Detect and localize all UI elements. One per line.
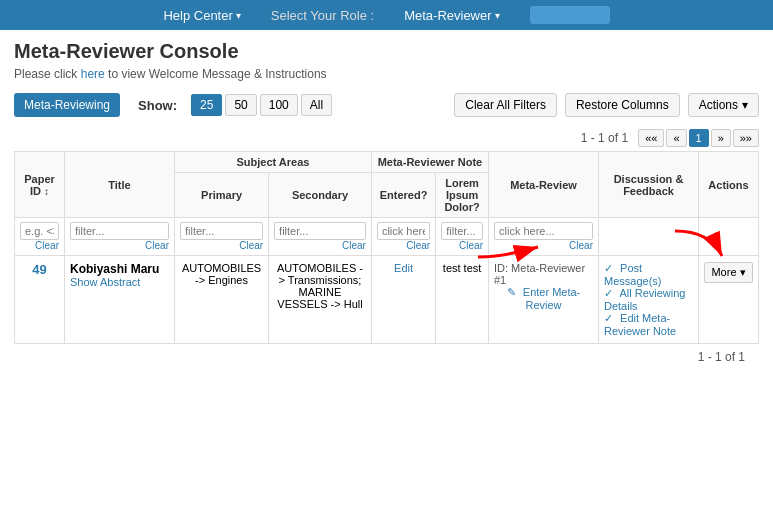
next-page-button[interactable]: » <box>711 129 731 147</box>
meta-review-id: ID: Meta-Reviewer #1 <box>494 262 593 286</box>
filter-actions <box>699 218 759 256</box>
filter-discussion <box>599 218 699 256</box>
table-container: 1 - 1 of 1 «« « 1 » »» Paper ID ↕ Title … <box>0 125 773 370</box>
meta-reviewer-caret: ▾ <box>495 10 500 21</box>
clear-meta-review[interactable]: Clear <box>494 240 593 251</box>
clear-paper-id[interactable]: Clear <box>20 240 59 251</box>
clear-all-filters-button[interactable]: Clear All Filters <box>454 93 557 117</box>
reviewing-details-cell: ✓ All Reviewing Details <box>604 287 693 312</box>
th-entered: Entered? <box>371 173 435 218</box>
pagination-bottom: 1 - 1 of 1 <box>14 344 759 370</box>
filter-title-input[interactable] <box>70 222 169 240</box>
filter-primary: Clear <box>175 218 269 256</box>
th-discussion: Discussion & Feedback <box>599 152 699 218</box>
filter-meta-review: Clear <box>489 218 599 256</box>
th-meta-review: Meta-Review <box>489 152 599 218</box>
clear-secondary[interactable]: Clear <box>274 240 366 251</box>
last-page-button[interactable]: »» <box>733 129 759 147</box>
meta-reviewing-button[interactable]: Meta-Reviewing <box>14 93 120 117</box>
secondary-subject: AUTOMOBILES -> Transmissions; MARINE VES… <box>277 262 363 310</box>
th-actions: Actions <box>699 152 759 218</box>
filter-primary-input[interactable] <box>180 222 263 240</box>
cell-lorem: test test <box>436 256 489 344</box>
cell-meta-review: ID: Meta-Reviewer #1 ✎ Enter Meta-Review <box>489 256 599 344</box>
filter-lorem: Clear <box>436 218 489 256</box>
th-title: Title <box>65 152 175 218</box>
clear-primary[interactable]: Clear <box>180 240 263 251</box>
show-50-button[interactable]: 50 <box>225 94 256 116</box>
prev-page-button[interactable]: « <box>666 129 686 147</box>
actions-caret-icon: ▾ <box>742 98 748 112</box>
more-label: More <box>711 266 736 278</box>
edit-note-cell: ✓ Edit Meta-Reviewer Note <box>604 312 693 337</box>
all-reviewing-details-link[interactable]: All Reviewing Details <box>604 287 685 312</box>
cell-primary: AUTOMOBILES -> Engines <box>175 256 269 344</box>
table-row: 49 Kobiyashi Maru Show Abstract AUTOMOBI… <box>15 256 759 344</box>
current-page-button[interactable]: 1 <box>689 129 709 147</box>
sort-icon[interactable]: ↕ <box>44 186 49 197</box>
post-check-icon: ✓ <box>604 262 613 274</box>
filter-entered-input[interactable] <box>377 222 430 240</box>
show-all-button[interactable]: All <box>301 94 332 116</box>
cell-title: Kobiyashi Maru Show Abstract <box>65 256 175 344</box>
th-secondary: Secondary <box>269 173 372 218</box>
show-label: Show: <box>138 98 177 113</box>
filter-secondary: Clear <box>269 218 372 256</box>
th-subject-areas: Subject Areas <box>175 152 372 173</box>
user-placeholder <box>530 6 610 24</box>
filter-meta-review-input[interactable] <box>494 222 593 240</box>
cell-paper-id: 49 <box>15 256 65 344</box>
filter-lorem-input[interactable] <box>441 222 483 240</box>
th-primary: Primary <box>175 173 269 218</box>
primary-subject: AUTOMOBILES -> Engines <box>182 262 261 286</box>
page-subtitle: Please click here to view Welcome Messag… <box>14 67 759 81</box>
cell-entered: Edit <box>371 256 435 344</box>
filter-secondary-input[interactable] <box>274 222 366 240</box>
th-paper-id: Paper ID ↕ <box>15 152 65 218</box>
paper-title: Kobiyashi Maru <box>70 262 169 276</box>
clear-lorem[interactable]: Clear <box>441 240 483 251</box>
pagination-count: 1 - 1 of 1 <box>581 131 628 145</box>
filter-title: Clear <box>65 218 175 256</box>
th-lorem: Lorem Ipsum Dolor? <box>436 173 489 218</box>
paper-id-value[interactable]: 49 <box>32 262 46 277</box>
filter-entered: Clear <box>371 218 435 256</box>
clear-title[interactable]: Clear <box>70 240 169 251</box>
page-title: Meta-Reviewer Console <box>14 40 759 63</box>
main-table: Paper ID ↕ Title Subject Areas Meta-Revi… <box>14 151 759 344</box>
show-buttons: 25 50 100 All <box>191 94 332 116</box>
help-center-caret: ▾ <box>236 10 241 21</box>
toolbar: Meta-Reviewing Show: 25 50 100 All Clear… <box>0 85 773 125</box>
edit-check-icon: ✓ <box>604 312 613 324</box>
filter-paper-id: Clear <box>15 218 65 256</box>
meta-reviewer-nav[interactable]: Meta-Reviewer ▾ <box>404 8 499 23</box>
details-check-icon: ✓ <box>604 287 613 299</box>
restore-columns-button[interactable]: Restore Columns <box>565 93 680 117</box>
top-nav: Help Center ▾ Select Your Role : Meta-Re… <box>0 0 773 30</box>
cell-secondary: AUTOMOBILES -> Transmissions; MARINE VES… <box>269 256 372 344</box>
show-abstract-link[interactable]: Show Abstract <box>70 276 169 288</box>
enter-meta-review-link[interactable]: Enter Meta-Review <box>523 286 580 311</box>
cell-discussion: ✓ Post Message(s) ✓ All Reviewing Detail… <box>599 256 699 344</box>
more-button[interactable]: More ▾ <box>704 262 752 283</box>
show-100-button[interactable]: 100 <box>260 94 298 116</box>
edit-meta-reviewer-note-link[interactable]: Edit Meta-Reviewer Note <box>604 312 676 337</box>
actions-button[interactable]: Actions ▾ <box>688 93 759 117</box>
th-meta-reviewer-note: Meta-Reviewer Note <box>371 152 488 173</box>
help-center-nav[interactable]: Help Center ▾ <box>163 8 240 23</box>
clear-entered[interactable]: Clear <box>377 240 430 251</box>
pagination-bottom-count: 1 - 1 of 1 <box>698 350 745 364</box>
pagination-top: 1 - 1 of 1 «« « 1 » »» <box>14 125 759 151</box>
lorem-value: test test <box>443 262 482 274</box>
filter-row: Clear Clear Clear Clear Clear <box>15 218 759 256</box>
first-page-button[interactable]: «« <box>638 129 664 147</box>
select-role-label: Select Your Role : <box>271 8 374 23</box>
more-caret-icon: ▾ <box>740 266 746 278</box>
edit-entered-link[interactable]: Edit <box>394 262 413 274</box>
show-25-button[interactable]: 25 <box>191 94 222 116</box>
filter-paper-id-input[interactable] <box>20 222 59 240</box>
discussion-content: ✓ Post Message(s) <box>604 262 693 287</box>
welcome-link[interactable]: here <box>81 67 105 81</box>
cell-actions: More ▾ <box>699 256 759 344</box>
checkmark-icon: ✎ <box>507 286 516 298</box>
